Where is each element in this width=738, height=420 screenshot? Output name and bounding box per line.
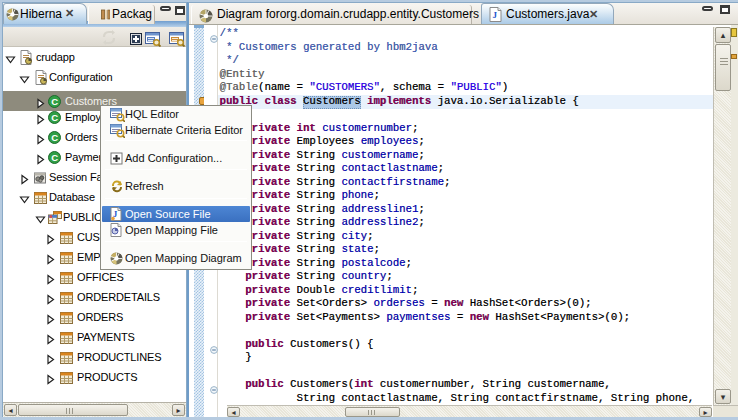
svg-text:J: J [493, 10, 498, 20]
svg-text:C: C [51, 112, 58, 123]
svg-text:C: C [51, 152, 58, 163]
svg-text:C: C [51, 132, 58, 143]
svg-text:C: C [51, 96, 58, 107]
